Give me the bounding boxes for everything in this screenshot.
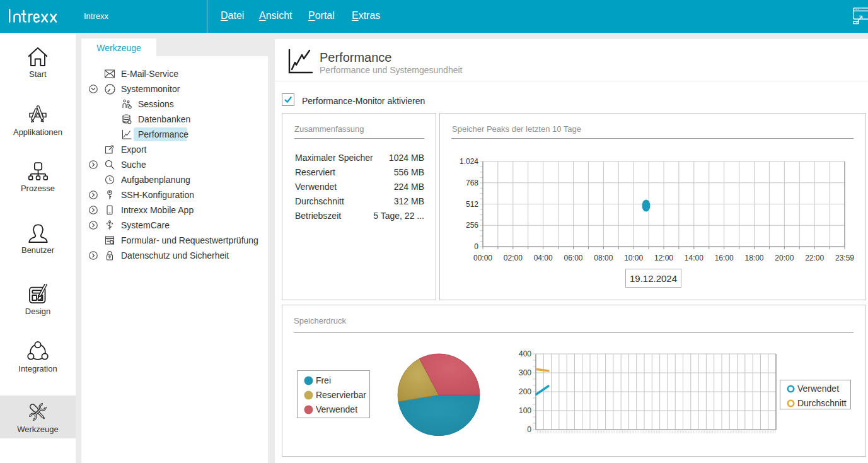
svg-text:02:00: 02:00 <box>504 254 523 262</box>
svg-text:22:00: 22:00 <box>805 254 824 262</box>
svg-text:0: 0 <box>527 425 531 434</box>
svg-text:20:00: 20:00 <box>775 254 794 262</box>
svg-text:300: 300 <box>519 368 531 377</box>
svg-text:0: 0 <box>474 242 478 251</box>
svg-text:400: 400 <box>519 349 531 358</box>
svg-text:00:00: 00:00 <box>473 254 492 262</box>
svg-text:256: 256 <box>466 221 478 230</box>
svg-text:06:00: 06:00 <box>564 254 582 262</box>
svg-text:10:00: 10:00 <box>624 254 643 262</box>
svg-text:14:00: 14:00 <box>685 254 703 262</box>
svg-text:12:00: 12:00 <box>654 254 673 262</box>
svg-text:18:00: 18:00 <box>744 254 763 262</box>
svg-text:512: 512 <box>466 200 478 209</box>
svg-text:1.024: 1.024 <box>460 157 478 166</box>
svg-text:08:00: 08:00 <box>594 254 613 262</box>
svg-text:04:00: 04:00 <box>534 254 553 262</box>
svg-text:100: 100 <box>519 406 531 415</box>
svg-text:16:00: 16:00 <box>715 254 734 262</box>
svg-text:200: 200 <box>519 387 531 396</box>
svg-text:23:59: 23:59 <box>835 254 854 262</box>
svg-text:768: 768 <box>466 179 478 187</box>
